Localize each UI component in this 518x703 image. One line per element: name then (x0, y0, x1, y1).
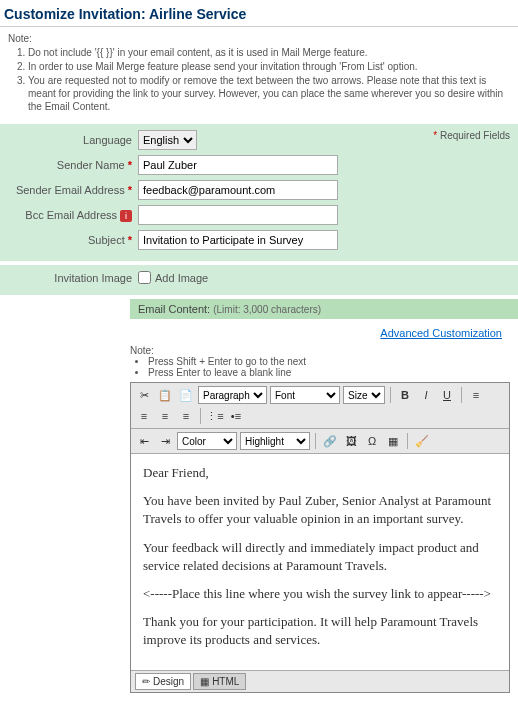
sender-email-input[interactable] (138, 180, 338, 200)
note-item: You are requested not to modify or remov… (28, 74, 510, 113)
paste-icon[interactable]: 📄 (177, 386, 195, 404)
editor-body[interactable]: Dear Friend, You have been invited by Pa… (131, 454, 509, 670)
cut-icon[interactable]: ✂ (135, 386, 153, 404)
add-image-label: Add Image (155, 272, 208, 284)
align-justify-icon[interactable]: ≡ (177, 407, 195, 425)
align-center-icon[interactable]: ≡ (135, 407, 153, 425)
tab-design[interactable]: ✏Design (135, 673, 191, 690)
advanced-customization-link[interactable]: Advanced Customization (380, 327, 502, 339)
symbol-icon[interactable]: Ω (363, 432, 381, 450)
subject-input[interactable] (138, 230, 338, 250)
image-icon[interactable]: 🖼 (342, 432, 360, 450)
copy-icon[interactable]: 📋 (156, 386, 174, 404)
editor-tabs: ✏Design ▦HTML (131, 670, 509, 692)
note-label: Note: (8, 33, 510, 44)
add-image-checkbox[interactable] (138, 271, 151, 284)
sender-name-input[interactable] (138, 155, 338, 175)
sender-email-label: Sender Email Address* (8, 184, 138, 196)
italic-icon[interactable]: I (417, 386, 435, 404)
ordered-list-icon[interactable]: ⋮≡ (206, 407, 224, 425)
form-panel: Required Fields Language English Sender … (0, 124, 518, 261)
required-fields-label: Required Fields (433, 130, 510, 141)
paragraph-select[interactable]: Paragraph (198, 386, 267, 404)
note-item: Do not include '{{ }}' in your email con… (28, 46, 510, 59)
editor-note: Note: Press Shift + Enter to go to the n… (130, 345, 510, 378)
sender-name-label: Sender Name* (8, 159, 138, 171)
link-icon[interactable]: 🔗 (321, 432, 339, 450)
clean-icon[interactable]: 🧹 (413, 432, 431, 450)
note-item: In order to use Mail Merge feature pleas… (28, 60, 510, 73)
invitation-image-label: Invitation Image (8, 272, 138, 284)
bcc-label: Bcc Email Addressi (8, 209, 138, 222)
subject-label: Subject* (8, 234, 138, 246)
language-select[interactable]: English (138, 130, 197, 150)
note-list: Do not include '{{ }}' in your email con… (28, 46, 510, 113)
align-left-icon[interactable]: ≡ (467, 386, 485, 404)
editor-toolbar-2: ⇤ ⇥ Color Highlight 🔗 🖼 Ω ▦ 🧹 (131, 429, 509, 454)
bold-icon[interactable]: B (396, 386, 414, 404)
size-select[interactable]: Size (343, 386, 385, 404)
font-select[interactable]: Font (270, 386, 340, 404)
design-icon: ✏ (142, 676, 150, 687)
bcc-input[interactable] (138, 205, 338, 225)
tab-html[interactable]: ▦HTML (193, 673, 246, 690)
align-right-icon[interactable]: ≡ (156, 407, 174, 425)
page-title: Customize Invitation: Airline Service (0, 0, 518, 27)
editor-toolbar-1: ✂ 📋 📄 Paragraph Font Size B I U ≡ ≡ ≡ ≡ … (131, 383, 509, 429)
email-content-header: Email Content: (Limit: 3,000 characters) (130, 299, 518, 319)
color-select[interactable]: Color (177, 432, 237, 450)
html-icon: ▦ (200, 676, 209, 687)
notes-section: Note: Do not include '{{ }}' in your ema… (0, 27, 518, 124)
rich-text-editor: ✂ 📋 📄 Paragraph Font Size B I U ≡ ≡ ≡ ≡ … (130, 382, 510, 693)
highlight-select[interactable]: Highlight (240, 432, 310, 450)
unordered-list-icon[interactable]: •≡ (227, 407, 245, 425)
outdent-icon[interactable]: ⇤ (135, 432, 153, 450)
underline-icon[interactable]: U (438, 386, 456, 404)
image-panel: Invitation Image Add Image (0, 265, 518, 295)
indent-icon[interactable]: ⇥ (156, 432, 174, 450)
table-icon[interactable]: ▦ (384, 432, 402, 450)
info-icon[interactable]: i (120, 210, 132, 222)
language-label: Language (8, 134, 138, 146)
